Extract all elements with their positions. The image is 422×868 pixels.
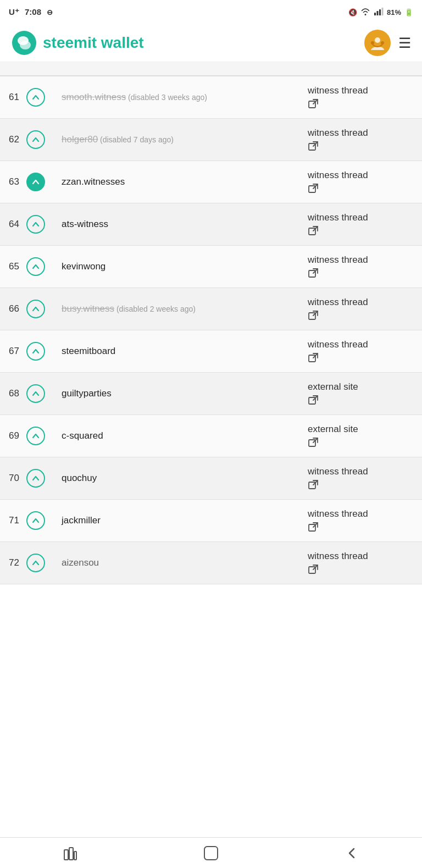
vote-button[interactable] [26, 130, 45, 149]
vote-button[interactable] [26, 554, 45, 572]
thread-label: witness thread [308, 212, 415, 223]
witness-link-cell[interactable]: witness thread [301, 246, 422, 288]
witness-link-cell[interactable]: witness thread [301, 161, 422, 203]
table-row: 69c-squaredexternal site [0, 415, 422, 457]
witness-name: aizensou [62, 557, 99, 568]
wifi-icon [360, 8, 370, 17]
external-link-icon [308, 395, 319, 406]
thread-label: witness thread [308, 85, 415, 96]
witness-name-cell: aizensou [55, 542, 301, 584]
svg-point-8 [375, 37, 380, 43]
witness-thread-link[interactable]: witness thread [308, 466, 415, 490]
witness-name: steemitboard [62, 346, 115, 356]
status-right-icons: 🔇 81% 🔋 [348, 8, 413, 17]
vote-button[interactable] [26, 511, 45, 530]
mute-icon: 🔇 [348, 8, 357, 16]
thread-label: external site [308, 382, 415, 392]
witness-thread-link[interactable]: witness thread [308, 85, 415, 109]
svg-rect-3 [381, 8, 383, 15]
col-header-name [55, 62, 301, 76]
table-row: 63zzan.witnesseswitness thread [0, 161, 422, 203]
witness-thread-link[interactable]: external site [308, 382, 415, 406]
witness-thread-link[interactable]: witness thread [308, 128, 415, 152]
witness-name: kevinwong [62, 261, 106, 272]
rank-cell: 67 [0, 330, 55, 373]
menu-button[interactable]: ☰ [398, 35, 411, 52]
witness-link-cell[interactable]: witness thread [301, 500, 422, 542]
witness-link-cell[interactable]: witness thread [301, 203, 422, 246]
header-right: ☰ [364, 30, 411, 56]
disabled-info: (disabled 2 weeks ago) [114, 305, 196, 313]
witness-link-cell[interactable]: external site [301, 373, 422, 415]
snooze-icon: ⊖ [47, 8, 53, 16]
external-link-icon [308, 564, 319, 575]
external-link-icon [308, 437, 319, 448]
external-link-icon [308, 310, 319, 321]
witness-link-cell[interactable]: witness thread [301, 330, 422, 373]
witness-name: guiltyparties [62, 388, 112, 399]
disabled-info: (disabled 3 weeks ago) [126, 93, 207, 102]
witness-thread-link[interactable]: witness thread [308, 170, 415, 194]
table-row: 66busy.witness (disabled 2 weeks ago)wit… [0, 288, 422, 330]
witness-name-cell: busy.witness (disabled 2 weeks ago) [55, 288, 301, 330]
witness-link-cell[interactable]: external site [301, 415, 422, 457]
vote-button[interactable] [26, 257, 45, 276]
witness-thread-link[interactable]: witness thread [308, 339, 415, 363]
table-row: 72aizensouwitness thread [0, 542, 422, 584]
thread-label: witness thread [308, 339, 415, 350]
signal-icon [374, 8, 384, 17]
status-carrier-time: U⁺ 7:08 ⊖ [9, 7, 53, 17]
witness-name: quochuy [62, 473, 97, 483]
vote-button[interactable] [26, 469, 45, 488]
back-button[interactable] [335, 842, 368, 864]
external-link-icon [308, 141, 319, 152]
home-button[interactable] [195, 842, 227, 864]
rank-number: 64 [9, 219, 22, 230]
thread-label: witness thread [308, 128, 415, 139]
witness-name-cell: guiltyparties [55, 373, 301, 415]
witness-thread-link[interactable]: witness thread [308, 212, 415, 236]
rank-cell: 64 [0, 203, 55, 246]
witness-thread-link[interactable]: witness thread [308, 508, 415, 533]
avatar-icon [367, 32, 388, 53]
vote-button[interactable] [26, 300, 45, 318]
witness-link-cell[interactable]: witness thread [301, 542, 422, 584]
witness-thread-link[interactable]: witness thread [308, 255, 415, 279]
rank-cell: 68 [0, 373, 55, 415]
svg-point-6 [20, 41, 31, 49]
witness-thread-link[interactable]: witness thread [308, 551, 415, 575]
avatar[interactable] [364, 30, 391, 56]
rank-number: 62 [9, 134, 22, 145]
vote-button[interactable] [26, 173, 45, 191]
table-row: 61smooth.witness (disabled 3 weeks ago)w… [0, 76, 422, 119]
witness-thread-link[interactable]: witness thread [308, 297, 415, 321]
rank-cell: 72 [0, 542, 55, 584]
witness-name-cell: smooth.witness (disabled 3 weeks ago) [55, 76, 301, 119]
vote-button[interactable] [26, 342, 45, 361]
vote-button[interactable] [26, 384, 45, 403]
svg-rect-36 [69, 848, 73, 860]
vote-button[interactable] [26, 215, 45, 234]
witness-link-cell[interactable]: witness thread [301, 288, 422, 330]
rank-cell: 70 [0, 457, 55, 500]
rank-cell: 66 [0, 288, 55, 330]
rank-number: 69 [9, 430, 22, 441]
table-row: 67steemitboardwitness thread [0, 330, 422, 373]
vote-button[interactable] [26, 427, 45, 445]
witness-thread-link[interactable]: external site [308, 424, 415, 448]
witness-link-cell[interactable]: witness thread [301, 457, 422, 500]
witness-name-cell: c-squared [55, 415, 301, 457]
recent-apps-button[interactable] [54, 842, 87, 864]
thread-label: witness thread [308, 466, 415, 477]
carrier-label: U⁺ [9, 7, 19, 16]
witness-name-cell: holger80 (disabled 7 days ago) [55, 119, 301, 161]
witness-link-cell[interactable]: witness thread [301, 76, 422, 119]
table-row: 70quochuywitness thread [0, 457, 422, 500]
thread-label: witness thread [308, 508, 415, 519]
vote-button[interactable] [26, 88, 45, 107]
external-link-icon [308, 352, 319, 363]
rank-cell: 62 [0, 119, 55, 161]
witness-link-cell[interactable]: witness thread [301, 119, 422, 161]
table-header-row [0, 62, 422, 76]
witness-name: c-squared [62, 430, 103, 441]
